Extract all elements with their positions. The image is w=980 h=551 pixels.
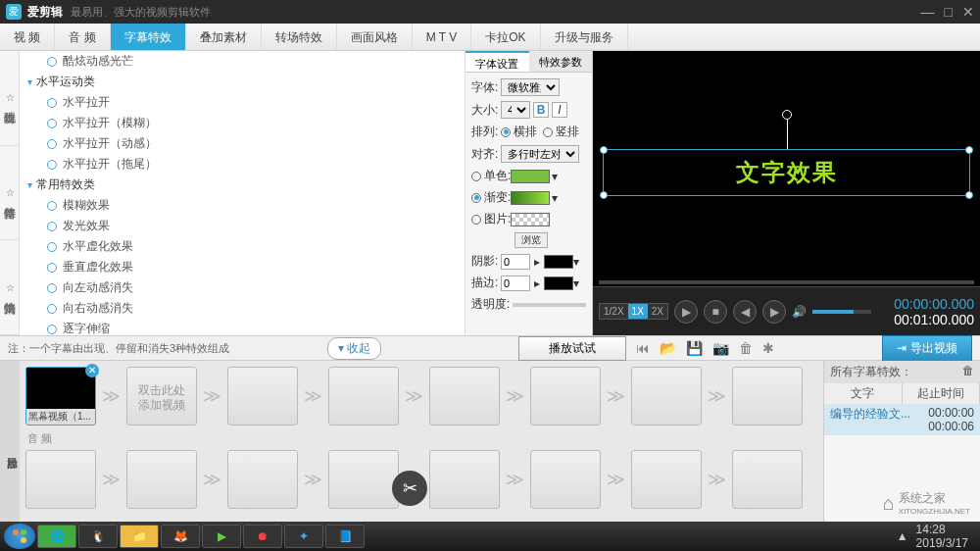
clip-empty[interactable] [530,367,601,426]
audio-clip-empty[interactable] [25,450,96,509]
speed-2x[interactable]: 2X [648,304,667,319]
audio-clip-empty[interactable] [126,450,197,509]
next-button[interactable]: ▶ [762,300,786,324]
sidetab-stay[interactable]: ☆停留特效 [0,146,19,241]
opacity-slider[interactable] [513,303,586,307]
effect-item[interactable]: 模糊效果 [20,195,465,216]
tab-karaoke[interactable]: 卡拉OK [471,24,540,50]
stroke-input[interactable] [501,276,530,291]
speed-half[interactable]: 1/2X [600,304,628,319]
clip-empty[interactable] [732,367,803,426]
align-select[interactable]: 多行时左对齐 [501,145,579,163]
effect-item[interactable]: 向左动感消失 [20,277,465,298]
transition-icon[interactable]: ≫ [102,385,121,407]
audio-clip-empty[interactable] [328,450,399,509]
transition-icon[interactable]: ≫ [203,385,221,407]
gradient-swatch[interactable] [511,191,550,205]
stroke-color[interactable] [544,276,573,290]
resize-handle[interactable] [600,146,608,154]
tab-style[interactable]: 画面风格 [337,24,413,50]
close-button[interactable]: ✕ [962,4,974,20]
image-swatch[interactable] [511,213,550,226]
browse-button[interactable]: 浏览 [514,232,548,248]
effect-category[interactable]: ▾常用特效类 [20,175,465,195]
radio-image[interactable] [471,215,481,225]
speed-1x[interactable]: 1X [628,304,648,319]
color-swatch[interactable] [511,170,550,183]
share-icon[interactable]: ✱ [762,340,774,356]
tab-audio[interactable]: 音 频 [55,24,110,50]
delete-icon[interactable]: 🗑 [739,340,753,356]
seek-bar[interactable] [599,280,974,284]
effect-item[interactable]: 水平拉开（拖尾） [20,154,465,175]
volume-slider[interactable] [812,310,871,314]
effect-row[interactable]: 编导的经验文...00:00:0000:00:06 [824,404,980,435]
tab-overlay[interactable]: 叠加素材 [186,24,262,50]
clip-empty[interactable] [429,367,500,426]
tab-subtitle-effects[interactable]: 字幕特效 [111,24,186,50]
play-button[interactable]: ▶ [674,300,698,324]
effect-item[interactable]: 水平拉开 [20,92,465,113]
bold-button[interactable]: B [533,102,549,118]
audio-clip-empty[interactable] [631,450,702,509]
font-select[interactable]: 微软雅黑 [501,78,560,96]
taskbar-app[interactable]: ✦ [284,525,323,548]
taskbar-app[interactable]: ▶ [202,525,241,548]
effect-item[interactable]: 水平拉开（动感） [20,133,465,154]
clip-empty[interactable] [227,367,298,426]
taskbar-app[interactable]: 🐧 [78,525,118,548]
effect-item[interactable]: 逐字伸缩 [20,319,465,335]
text-bounding-box[interactable]: 文字效果 [603,149,970,196]
rotate-handle[interactable] [782,110,792,120]
sidetab-appear[interactable]: ☆出现特效 [0,51,19,146]
radio-gradient[interactable] [471,193,481,203]
radio-solid[interactable] [471,172,481,181]
preview-area[interactable]: 文字效果 1/2X 1X 2X ▶ ■ ◀ ▶ 🔊 00:00:00.000 0… [593,51,980,335]
resize-handle[interactable] [965,146,973,154]
fonttab-params[interactable]: 特效参数 [529,51,593,72]
volume-icon[interactable]: 🔊 [792,305,807,319]
preview-play-button[interactable]: 播放试试 [518,336,626,361]
tab-transition[interactable]: 转场特效 [262,24,337,50]
open-icon[interactable]: 📂 [660,340,676,356]
clip-close-icon[interactable]: ✕ [85,364,99,377]
resize-handle[interactable] [965,191,973,199]
taskbar-app[interactable]: ⏺ [243,525,282,548]
taskbar-app[interactable]: 📁 [120,525,159,548]
effect-item[interactable]: 发光效果 [20,216,465,236]
italic-button[interactable]: I [552,102,567,118]
taskbar-app[interactable]: 🦊 [161,525,200,548]
panel-delete-icon[interactable]: 🗑 [962,364,974,380]
effect-item[interactable]: 酷炫动感光芒 [20,51,465,72]
save-icon[interactable]: 💾 [686,340,703,356]
audio-clip-empty[interactable] [732,450,803,509]
shadow-color[interactable] [544,255,573,269]
taskbar-app[interactable]: 📘 [325,525,365,548]
prev-frame-icon[interactable]: ⏮ [636,340,650,356]
effect-item[interactable]: 水平虚化效果 [20,236,465,257]
tab-video[interactable]: 视 频 [0,24,55,50]
audio-clip-empty[interactable] [530,450,601,509]
clip-empty[interactable] [631,367,702,426]
audio-clip-empty[interactable] [227,450,298,509]
clip-filled[interactable]: ✕黑幕视频（1... [25,367,96,426]
prev-button[interactable]: ◀ [733,300,757,324]
resize-handle[interactable] [600,191,608,199]
taskbar-app[interactable]: 🌐 [37,525,76,548]
collapse-button[interactable]: ▾ 收起 [327,337,381,360]
effect-list[interactable]: 酷炫动感光芒 ▾水平运动类 水平拉开 水平拉开（模糊） 水平拉开（动感） 水平拉… [20,51,466,335]
system-tray[interactable]: ▲ 14:282019/3/17 [897,523,976,550]
clip-empty[interactable] [328,367,399,426]
tray-icon[interactable]: ▲ [897,529,908,543]
size-select[interactable]: 48 [501,101,530,119]
radio-horizontal[interactable] [501,127,511,137]
export-button[interactable]: ⇥导出视频 [882,335,972,362]
tab-upgrade[interactable]: 升级与服务 [541,24,628,50]
cut-button[interactable]: ✂ [392,471,427,506]
effect-category[interactable]: ▾水平运动类 [20,72,465,92]
radio-vertical[interactable] [543,127,553,137]
audio-clip-empty[interactable] [429,450,500,509]
start-button[interactable] [4,524,35,549]
clip-empty[interactable]: 双击此处添加视频 [126,367,197,426]
effect-item[interactable]: 水平拉开（模糊） [20,113,465,133]
